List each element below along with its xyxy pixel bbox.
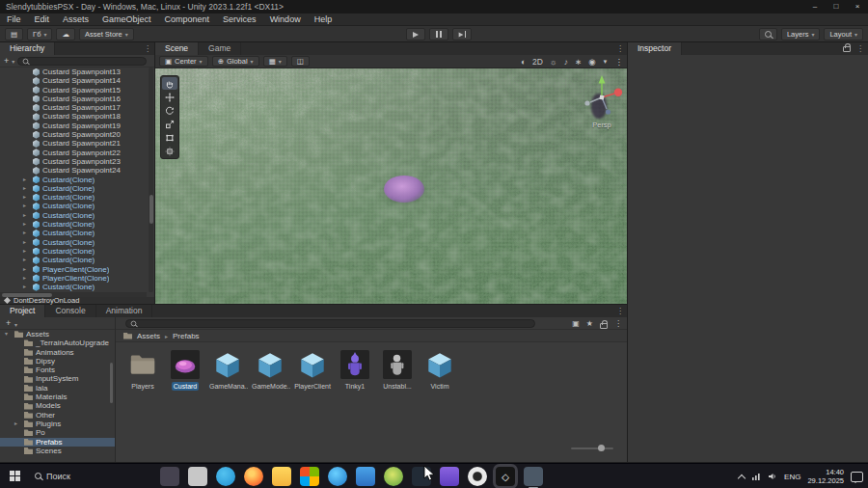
menu-item[interactable]: File [0, 14, 28, 26]
audio-toggle-icon[interactable]: ♪ [564, 57, 568, 68]
hierarchy-row[interactable]: ▸ Custard(Clone) [0, 256, 147, 264]
cloud-button[interactable]: ☁ [56, 28, 75, 41]
tool-handle-rotation-dropdown[interactable]: ⊕ Global ▾ [212, 56, 259, 67]
scene-section-dontdestroyonload[interactable]: DontDestroyOnLoad [0, 297, 154, 304]
asset-item[interactable]: Unstabl... [376, 344, 419, 391]
taskbar-app-button[interactable] [216, 467, 235, 486]
hierarchy-row[interactable]: Custard Spawnpoint20 [0, 130, 147, 139]
taskbar-app-button[interactable] [356, 467, 375, 486]
expand-arrow-icon[interactable]: ▸ [23, 274, 30, 283]
panel-menu-icon[interactable]: ⋮ [616, 42, 624, 55]
minimize-button[interactable]: – [804, 0, 826, 14]
panel-menu-icon[interactable]: ⋮ [616, 305, 624, 317]
slider-knob[interactable] [598, 445, 605, 451]
hierarchy-row[interactable]: Custard Spawnpoint22 [0, 149, 147, 157]
taskbar-app-button[interactable] [328, 467, 347, 486]
transform-tool-button[interactable] [162, 145, 177, 157]
menu-item[interactable]: Assets [56, 14, 95, 26]
network-icon[interactable] [751, 472, 761, 481]
tool-handle-pivot-dropdown[interactable]: ▣ Center ▾ [159, 56, 208, 67]
bottom-panel-tab[interactable]: Project [0, 305, 45, 317]
asset-item[interactable]: GameMana... [206, 344, 249, 391]
hierarchy-row[interactable]: Custard Spawnpoint24 [0, 166, 147, 175]
expand-arrow-icon[interactable]: ▸ [23, 256, 30, 264]
expand-arrow-icon[interactable]: ▸ [23, 193, 30, 202]
expand-arrow-icon[interactable]: ▸ [23, 220, 30, 229]
effects-toggle-icon[interactable]: ∗ [575, 57, 582, 68]
expand-arrow-icon[interactable]: ▸ [23, 229, 30, 237]
scale-tool-button[interactable] [162, 118, 177, 130]
hierarchy-row[interactable]: ▸ Custard(Clone) [0, 193, 147, 202]
play-button[interactable] [406, 28, 425, 41]
hierarchy-row[interactable]: Custard Spawnpoint23 [0, 157, 147, 166]
custard-object[interactable] [384, 176, 424, 203]
projection-mode-label[interactable]: Persp [577, 121, 627, 129]
taskbar-app-button[interactable] [384, 467, 403, 486]
folder-tree-row[interactable]: lala [0, 384, 115, 393]
draw-mode-icon[interactable]: ◐ [521, 57, 526, 68]
orientation-gizmo[interactable] [577, 70, 627, 121]
hierarchy-row[interactable]: ▸ Custard(Clone) [0, 176, 147, 184]
camera-gizmo-dropdown-icon[interactable]: ▼ [603, 57, 609, 68]
action-center-icon[interactable] [851, 472, 863, 482]
hierarchy-row[interactable]: ▸ Custard(Clone) [0, 202, 147, 210]
taskbar-app-button[interactable] [468, 467, 487, 486]
hierarchy-row[interactable]: ▸ Custard(Clone) [0, 211, 147, 220]
menu-item[interactable]: Help [308, 14, 339, 26]
account-dropdown[interactable]: Гб▾ [27, 28, 52, 41]
lock-icon[interactable] [600, 323, 608, 329]
step-button[interactable] [452, 28, 472, 41]
taskbar-app-button[interactable] [524, 467, 543, 486]
clock[interactable]: 14:40 29.12.2025 [807, 468, 844, 485]
hierarchy-row[interactable]: Custard Spawnpoint15 [0, 86, 147, 95]
folder-tree-row[interactable]: Other [0, 411, 115, 420]
folder-tree-row[interactable]: Materials [0, 393, 115, 401]
create-asset-button[interactable]: + [6, 318, 11, 328]
panel-menu-icon[interactable]: ⋮ [614, 319, 622, 328]
folder-tree-row[interactable]: ▾ Assets [0, 330, 115, 339]
view-tool-button[interactable] [162, 77, 177, 90]
menu-item[interactable]: Edit [28, 14, 57, 26]
taskbar-app-button[interactable] [440, 467, 459, 486]
icon-size-slider[interactable] [571, 445, 613, 452]
hierarchy-row[interactable]: Custard Spawnpoint17 [0, 103, 147, 112]
expand-arrow-icon[interactable]: ▸ [23, 211, 30, 220]
expand-arrow-icon[interactable]: ▾ [5, 330, 12, 339]
expand-arrow-icon[interactable]: ▸ [23, 184, 30, 193]
hierarchy-row[interactable]: Custard Spawnpoint21 [0, 139, 147, 148]
layers-dropdown[interactable]: Layers▾ [781, 28, 821, 41]
hierarchy-row[interactable]: Custard Spawnpoint13 [0, 68, 147, 76]
grid-visibility-dropdown[interactable]: ▦ ▾ [263, 56, 287, 67]
lock-icon[interactable] [843, 46, 851, 52]
folder-tree-row[interactable]: Dipsy [0, 357, 115, 366]
close-button[interactable]: × [847, 0, 868, 14]
expand-arrow-icon[interactable]: ▸ [23, 176, 30, 184]
volume-icon[interactable] [768, 472, 777, 481]
hierarchy-row[interactable]: ▸ Custard(Clone) [0, 247, 147, 256]
expand-arrow-icon[interactable]: ▸ [23, 202, 30, 210]
taskbar-app-button[interactable]: ◇ [496, 467, 515, 486]
expand-arrow-icon[interactable]: ▸ [14, 420, 21, 428]
expand-arrow-icon[interactable]: ▸ [23, 247, 30, 256]
taskbar-search[interactable]: Поиск [35, 472, 70, 481]
hierarchy-vertical-scrollbar[interactable] [149, 68, 153, 292]
taskbar-app-button[interactable] [188, 467, 207, 486]
tab-inspector[interactable]: Inspector [628, 42, 682, 55]
asset-store-dropdown[interactable]: Asset Store▾ [79, 28, 134, 41]
asset-item[interactable]: Players [122, 344, 164, 391]
visibility-toggle-icon[interactable]: ◉ [588, 57, 595, 68]
taskbar-app-button[interactable] [412, 467, 431, 486]
global-search-button[interactable] [759, 28, 777, 41]
bottom-panel-tab[interactable]: Console [45, 305, 95, 317]
language-indicator[interactable]: ENG [784, 473, 800, 481]
breadcrumb-current[interactable]: Prefabs [173, 332, 200, 340]
hierarchy-search-input[interactable] [17, 57, 147, 66]
folder-tree-row[interactable]: ▸ Plugins [0, 420, 115, 428]
hierarchy-row[interactable]: Custard Spawnpoint18 [0, 112, 147, 121]
search-by-type-icon[interactable]: ▣ [572, 319, 580, 328]
hierarchy-row[interactable]: ▸ PlayerClient(Clone) [0, 274, 147, 283]
folder-tree-row[interactable]: Po [0, 428, 115, 437]
create-button[interactable]: + [4, 56, 9, 66]
menu-item[interactable]: GameObject [95, 14, 158, 26]
asset-item[interactable]: GameMode... [249, 344, 291, 391]
